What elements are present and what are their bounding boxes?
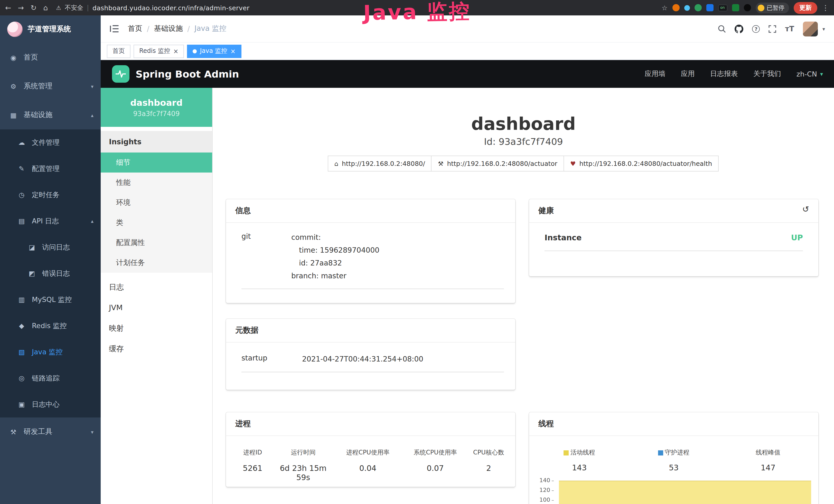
sba-item-jvm[interactable]: JVM: [101, 297, 212, 318]
sba-nav-journal[interactable]: 日志报表: [710, 69, 738, 78]
sba-item-metrics[interactable]: 性能: [101, 173, 212, 192]
sidebar-toggle-icon[interactable]: [110, 25, 119, 32]
sidebar-item-log-center[interactable]: ▣ 日志中心: [0, 391, 101, 417]
health-url-link[interactable]: ♥ http://192.168.0.2:48080/actuator/heal…: [564, 156, 719, 171]
sidebar-item-redis[interactable]: ◆ Redis 监控: [0, 313, 101, 339]
threads-card-title: 线程: [529, 412, 818, 436]
sba-nav: 应用墙 应用 日志报表 关于我们 zh-CN ▾: [645, 69, 823, 78]
sidebar-item-devtools[interactable]: ⚒ 研发工具 ▾: [0, 417, 101, 446]
breadcrumb-separator: /: [147, 25, 149, 33]
sidebar-item-infra[interactable]: ▦ 基础设施 ▴: [0, 101, 101, 130]
metadata-key: startup: [241, 353, 302, 366]
metadata-card-title: 元数据: [226, 319, 515, 343]
spring-boot-admin-logo[interactable]: [112, 65, 129, 83]
sba-nav-applications[interactable]: 应用: [681, 69, 695, 78]
browser-menu-icon[interactable]: ⋮: [822, 4, 829, 12]
sidebar-item-config[interactable]: ✎ 配置管理: [0, 156, 101, 182]
insights-group-title[interactable]: Insights: [101, 131, 212, 153]
tab-redis-monitor[interactable]: Redis 监控 ×: [134, 44, 184, 58]
sidebar-item-system[interactable]: ⚙ 系统管理 ▾: [0, 72, 101, 101]
sba-item-config-props[interactable]: 配置属性: [101, 233, 212, 253]
sba-item-environment[interactable]: 环境: [101, 192, 212, 212]
history-icon[interactable]: ↺: [802, 204, 809, 214]
tab-home[interactable]: 首页: [107, 44, 130, 58]
extension-icon-6[interactable]: [732, 4, 739, 11]
sidebar-item-label: 首页: [24, 53, 38, 62]
sba-nav-wallboard[interactable]: 应用墙: [645, 69, 665, 78]
back-icon[interactable]: ←: [5, 4, 11, 12]
info-card-body: git commit: time: 1596289704000 id: 27aa…: [226, 223, 515, 289]
breadcrumb-item[interactable]: 首页: [128, 24, 142, 33]
sidebar-item-home[interactable]: ◉ 首页: [0, 43, 101, 72]
sidebar-item-label: Java 监控: [32, 347, 63, 357]
git-id-line: id: 27aa832: [291, 257, 504, 270]
close-icon[interactable]: ×: [173, 48, 178, 54]
forward-icon[interactable]: →: [18, 4, 24, 12]
database-icon: ▥: [18, 296, 26, 303]
sidebar-item-trace[interactable]: ◎ 链路追踪: [0, 365, 101, 391]
legend-label: 守护进程: [665, 448, 689, 457]
sidebar-item-label: 访问日志: [42, 243, 70, 252]
home-icon: ⌂: [334, 160, 338, 167]
font-size-icon[interactable]: тT: [785, 25, 794, 33]
health-card: 健康 ↺ Instance UP: [529, 199, 818, 276]
extension-icon-7[interactable]: [744, 4, 751, 11]
sba-item-mappings[interactable]: 映射: [101, 318, 212, 338]
sba-brand-title[interactable]: Spring Boot Admin: [136, 68, 239, 79]
search-icon[interactable]: [718, 25, 726, 33]
sidebar-item-error-log[interactable]: ◩ 错误日志: [0, 260, 101, 287]
breadcrumb-item[interactable]: 基础设施: [154, 24, 183, 33]
fullscreen-icon[interactable]: [769, 25, 776, 32]
chevron-up-icon: ▴: [91, 112, 93, 118]
bookmark-star-icon[interactable]: ☆: [662, 4, 667, 12]
browser-home-icon[interactable]: ⌂: [43, 4, 48, 12]
extension-icon-3[interactable]: [694, 4, 701, 11]
avatar[interactable]: [803, 21, 818, 36]
sba-item-details[interactable]: 细节: [101, 153, 212, 173]
sidebar-item-mysql[interactable]: ▥ MySQL 监控: [0, 287, 101, 313]
extension-on-badge[interactable]: on: [718, 4, 727, 11]
paused-badge[interactable]: 已暂停: [755, 2, 789, 13]
table-row[interactable]: Instance UP: [545, 233, 803, 251]
tab-java-monitor[interactable]: Java 监控 ×: [187, 44, 241, 58]
sba-item-scheduled-tasks[interactable]: 计划任务: [101, 253, 212, 273]
github-icon[interactable]: [735, 24, 744, 33]
wrench-icon: ⚒: [438, 160, 444, 167]
sba-item-classes[interactable]: 类: [101, 212, 212, 233]
edit-icon: ✎: [18, 165, 26, 173]
sidebar-item-file[interactable]: ☁ 文件管理: [0, 130, 101, 156]
sba-item-caches[interactable]: 缓存: [101, 338, 212, 359]
close-icon[interactable]: ×: [231, 48, 236, 54]
tab-label: 首页: [112, 47, 125, 55]
sidebar-item-api-log[interactable]: ▤ API 日志 ▴: [0, 208, 101, 234]
sidebar-item-job[interactable]: ◷ 定时任务: [0, 182, 101, 208]
actuator-url-link[interactable]: ⚒ http://192.168.0.2:48080/actuator: [431, 156, 564, 171]
extension-icon-1[interactable]: [672, 4, 679, 11]
address-bar[interactable]: ⚠ 不安全 | dashboard.yudao.iocoder.cn/infra…: [53, 3, 657, 12]
help-icon[interactable]: ?: [752, 25, 760, 32]
sidebar-item-java[interactable]: ▧ Java 监控: [0, 339, 101, 365]
legend-label: 活动线程: [570, 448, 595, 457]
infrastructure-icon: ▦: [9, 111, 18, 119]
process-card-title: 进程: [226, 412, 515, 436]
avatar-caret-icon[interactable]: ▾: [822, 26, 825, 31]
update-button[interactable]: 更新: [794, 2, 817, 14]
cell-value: 2: [466, 464, 511, 473]
gear-icon: ⚙: [9, 83, 18, 90]
process-col-cpus: CPU核心数 2: [466, 448, 511, 482]
extension-icon-2[interactable]: [684, 5, 690, 10]
sba-content: dashboard Id: 93a3fc7f7409 ⌂ http://192.…: [213, 88, 834, 504]
app-logo[interactable]: 芋道管理系统: [0, 16, 101, 43]
extension-icon-4[interactable]: [706, 4, 713, 11]
service-url-link[interactable]: ⌂ http://192.168.0.2:48080/: [328, 156, 432, 171]
sba-nav-about[interactable]: 关于我们: [753, 69, 781, 78]
column-header: 运行时间: [275, 448, 331, 457]
reload-icon[interactable]: ↻: [30, 4, 37, 12]
threads-card: 线程 活动线程 143 守护进程 53: [529, 412, 818, 504]
tag-tabs-bar: 首页 Redis 监控 × Java 监控 ×: [101, 43, 834, 60]
sidebar-item-access-log[interactable]: ◪ 访问日志: [0, 234, 101, 260]
sba-item-logs[interactable]: 日志: [101, 277, 212, 297]
sba-language-select[interactable]: zh-CN ▾: [796, 70, 823, 78]
instance-header-block[interactable]: dashboard 93a3fc7f7409: [101, 88, 212, 127]
redis-icon: ◆: [18, 322, 26, 330]
